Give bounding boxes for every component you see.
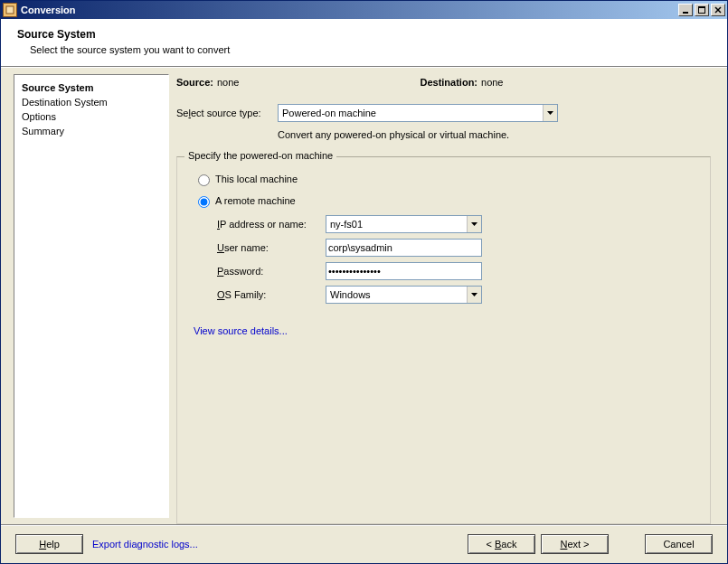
svg-marker-7 [471,222,477,226]
source-type-select[interactable]: Powered-on machine [278,104,558,122]
ip-combo[interactable]: ny-fs01 [326,215,482,233]
main-panel: Source: none Destination: none Select so… [176,68,727,524]
group-legend: Specify the powered-on machine [184,150,336,161]
next-button[interactable]: Next > [541,534,609,554]
radio-remote-machine[interactable] [198,196,210,208]
view-source-details-link[interactable]: View source details... [194,325,288,336]
osfamily-select[interactable]: Windows [326,286,482,304]
chevron-down-icon [467,287,481,303]
source-label: Source: [176,77,213,88]
username-input[interactable] [326,239,482,257]
username-label: User name: [217,242,326,253]
source-type-hint: Convert any powered-on physical or virtu… [278,129,711,140]
conversion-window: Conversion Source System Select the sour… [0,0,728,564]
osfamily-label: OS Family: [217,289,326,300]
svg-rect-1 [683,12,688,14]
radio-local-machine-row[interactable]: This local machine [194,172,697,186]
back-button[interactable]: < Back [468,534,535,554]
wizard-footer: Help Export diagnostic logs... < Back Ne… [1,524,727,563]
maximize-button[interactable] [695,4,709,16]
body: Source System Destination System Options… [1,68,727,524]
close-button[interactable] [711,4,725,16]
source-value: none [217,77,239,88]
wizard-header: Source System Select the source system y… [1,19,727,66]
radio-remote-label: A remote machine [215,195,296,206]
source-type-row: Select source type: Powered-on machine [176,104,711,122]
radio-local-label: This local machine [215,174,298,184]
svg-rect-3 [698,6,705,8]
window-title: Conversion [21,5,676,15]
chevron-down-icon [467,216,481,232]
source-type-label: Select source type: [176,108,278,118]
osfamily-value: Windows [330,289,371,300]
destination-label: Destination: [420,77,477,88]
sidebar-item-source-system[interactable]: Source System [22,80,161,95]
source-type-value: Powered-on machine [282,108,376,118]
remote-machine-fields: IP address or name: ny-fs01 User name: [217,215,697,304]
export-logs-link[interactable]: Export diagnostic logs... [92,539,198,550]
sidebar-item-summary[interactable]: Summary [22,124,161,138]
chevron-down-icon [543,105,557,121]
cancel-button[interactable]: Cancel [645,534,713,554]
destination-value: none [481,77,503,88]
password-input[interactable] [326,262,482,280]
ip-value: ny-fs01 [330,219,363,230]
svg-marker-8 [471,293,477,296]
sidebar-item-options[interactable]: Options [22,109,161,124]
svg-rect-0 [6,6,14,14]
page-subtitle: Select the source system you want to con… [30,44,711,55]
password-label: Password: [217,266,326,277]
app-icon [3,3,17,17]
sidebar-item-destination-system[interactable]: Destination System [22,95,161,109]
help-button[interactable]: Help [15,534,83,554]
radio-remote-machine-row[interactable]: A remote machine [194,193,697,208]
page-title: Source System [17,28,711,41]
source-destination-summary: Source: none Destination: none [176,77,711,88]
wizard-steps-sidebar: Source System Destination System Options… [14,74,169,518]
ip-label: IP address or name: [217,219,326,230]
titlebar: Conversion [1,1,727,19]
radio-local-machine[interactable] [198,174,210,186]
powered-on-machine-group: Specify the powered-on machine This loca… [176,156,711,524]
minimize-button[interactable] [678,4,693,16]
svg-marker-6 [547,111,553,115]
